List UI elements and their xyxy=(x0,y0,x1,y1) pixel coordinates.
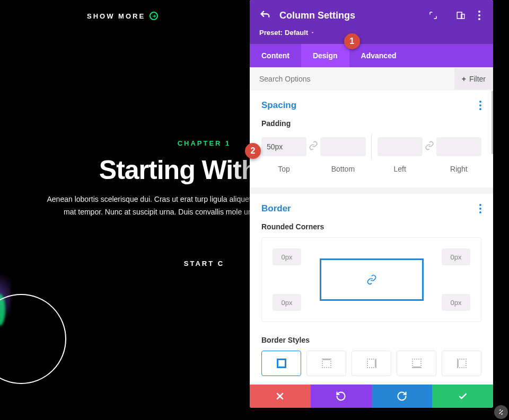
redo-button[interactable] xyxy=(372,385,433,408)
spacing-separator xyxy=(371,134,372,159)
callout-2: 2 xyxy=(245,143,261,159)
padding-label: Padding xyxy=(261,119,481,128)
border-style-left[interactable] xyxy=(442,351,481,376)
border-styles-label: Border Styles xyxy=(261,336,481,344)
corner-bl-input[interactable]: 0px xyxy=(273,294,301,311)
border-style-right[interactable] xyxy=(352,351,391,376)
save-button[interactable] xyxy=(432,385,493,408)
resize-handle[interactable] xyxy=(494,405,508,419)
label-right: Right xyxy=(436,165,481,173)
section-spacing: Spacing Padding 50px xyxy=(250,91,493,187)
undo-button[interactable] xyxy=(311,385,372,408)
label-left: Left xyxy=(378,165,423,173)
settings-panel: Column Settings Preset: Default Conten xyxy=(250,0,493,408)
tab-advanced[interactable]: Advanced xyxy=(349,44,408,67)
link-icon[interactable] xyxy=(423,141,436,153)
preset-dropdown[interactable]: Preset: Default xyxy=(259,29,484,37)
responsive-icon[interactable] xyxy=(455,11,467,20)
spacing-menu[interactable] xyxy=(479,101,481,110)
panel-body: Spacing Padding 50px xyxy=(250,91,493,385)
tab-content[interactable]: Content xyxy=(250,44,301,67)
border-menu[interactable] xyxy=(479,204,481,213)
search-input[interactable] xyxy=(250,67,454,91)
panel-title: Column Settings xyxy=(279,10,419,21)
panel-tabs: Content Design 1 Advanced xyxy=(250,44,493,67)
panel-footer xyxy=(250,385,493,408)
label-top: Top xyxy=(261,165,306,173)
corner-tr-input[interactable]: 0px xyxy=(442,248,470,265)
plus-icon: + xyxy=(462,75,466,83)
corner-tl-input[interactable]: 0px xyxy=(273,248,301,265)
border-title[interactable]: Border xyxy=(261,203,291,214)
decorative-circle xyxy=(0,294,66,384)
filter-label: Filter xyxy=(469,75,486,83)
filter-row: + Filter xyxy=(250,67,493,91)
show-more-label: SHOW MORE xyxy=(87,12,145,20)
preset-prefix: Preset: xyxy=(259,29,283,37)
panel-header: Column Settings Preset: Default xyxy=(250,0,493,44)
padding-bottom-input[interactable] xyxy=(320,137,365,156)
back-button[interactable] xyxy=(259,10,271,21)
padding-left-input[interactable] xyxy=(378,137,423,156)
spacing-title[interactable]: Spacing xyxy=(261,100,296,111)
arrow-right-circle-icon xyxy=(150,12,158,20)
expand-icon[interactable] xyxy=(427,11,439,20)
corner-br-input[interactable]: 0px xyxy=(442,294,470,311)
cancel-button[interactable] xyxy=(250,385,311,408)
border-style-top[interactable] xyxy=(306,351,346,376)
border-styles-row xyxy=(261,351,481,376)
padding-right-input[interactable] xyxy=(436,137,481,156)
border-style-bottom[interactable] xyxy=(397,351,436,376)
preset-value: Default xyxy=(285,29,308,37)
kebab-menu[interactable] xyxy=(475,11,484,20)
scrollbar[interactable] xyxy=(492,91,493,154)
corner-link-toggle[interactable] xyxy=(320,258,424,301)
padding-top-input[interactable]: 50px xyxy=(261,137,306,156)
border-style-all[interactable] xyxy=(261,351,301,376)
rounded-corners-label: Rounded Corners xyxy=(261,222,481,231)
filter-button[interactable]: + Filter xyxy=(454,68,493,90)
section-border: Border Rounded Corners 0px 0px 0px xyxy=(250,187,493,385)
label-bottom: Bottom xyxy=(320,165,365,173)
link-icon[interactable] xyxy=(306,141,320,153)
rounded-corners-control: 0px 0px 0px 0px xyxy=(261,237,481,322)
tab-design[interactable]: Design 1 xyxy=(301,44,349,67)
show-more-button[interactable]: SHOW MORE xyxy=(87,12,158,20)
callout-1: 1 xyxy=(344,33,360,49)
